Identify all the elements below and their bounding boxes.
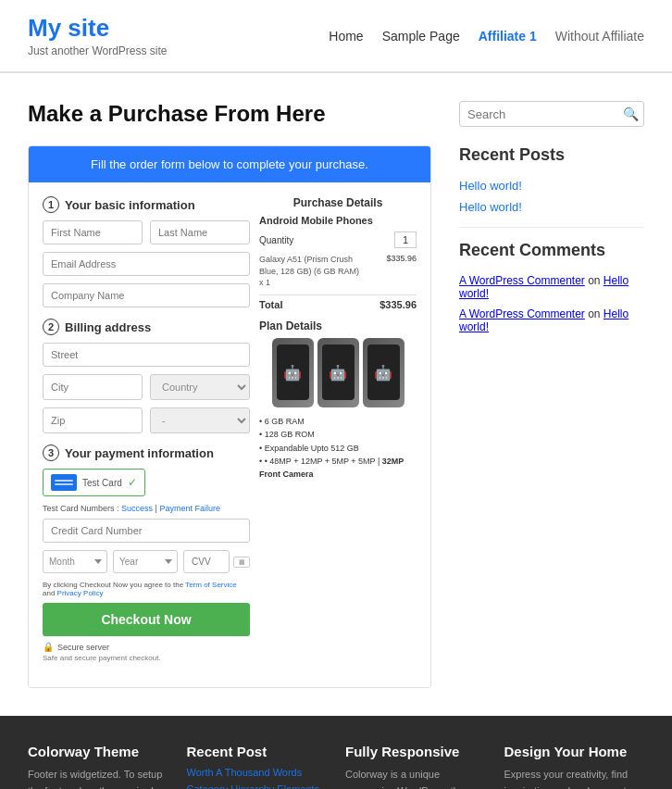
footer-col-2: Recent Post Worth A Thousand Words Categ…	[187, 744, 328, 789]
total-row: Total $335.96	[259, 294, 417, 310]
section3-num: 3	[43, 445, 59, 461]
nav-home[interactable]: Home	[329, 29, 363, 44]
site-branding: My site Just another WordPress site	[28, 14, 168, 57]
android-icon-2: 🤖	[329, 364, 347, 382]
sidebar-divider-1	[459, 227, 644, 228]
card-icon	[51, 474, 77, 491]
card-line-1	[55, 480, 73, 482]
post-link-1[interactable]: Hello world!	[459, 179, 644, 193]
footer-col-3-title: Fully Responsive	[345, 744, 486, 759]
phone-img-1: 🤖	[272, 338, 314, 407]
success-link[interactable]: Success	[121, 504, 153, 513]
comment-2: A WordPress Commenter on Hello world!	[459, 307, 644, 333]
card-line-2	[55, 483, 73, 485]
section1-num: 1	[43, 196, 59, 213]
phone-img-3: 🤖	[363, 338, 404, 407]
nav-sample-page[interactable]: Sample Page	[382, 29, 460, 44]
recent-posts-title: Recent Posts	[459, 145, 644, 169]
payment-section: 3 Your payment information	[43, 445, 250, 662]
company-input[interactable]	[43, 283, 250, 307]
qty-row: Quantity 1	[259, 232, 417, 248]
product-price: $335.96	[386, 254, 417, 289]
feature-1: 6 GB RAM	[259, 415, 417, 428]
feature-2: 128 GB ROM	[259, 428, 417, 441]
privacy-link[interactable]: Privacy Policy	[57, 589, 104, 597]
checkout-right: Purchase Details Android Mobile Phones Q…	[259, 196, 417, 673]
first-name-input[interactable]	[43, 220, 143, 244]
footer-post-link-1[interactable]: Worth A Thousand Words	[187, 767, 328, 778]
country-select[interactable]: Country	[150, 374, 250, 400]
comment-on-1: on	[588, 274, 604, 287]
billing-section: 2 Billing address Country	[43, 319, 250, 433]
secure-label: Secure server	[57, 643, 109, 652]
dash-select[interactable]: -	[150, 407, 250, 433]
street-input[interactable]	[43, 343, 250, 367]
name-row	[43, 220, 250, 244]
search-icon[interactable]: 🔍	[623, 106, 639, 121]
site-title: My site	[28, 14, 168, 43]
last-name-input[interactable]	[150, 220, 250, 244]
android-icon-1: 🤖	[283, 364, 302, 382]
checkout-box: Fill the order form below to complete yo…	[28, 145, 431, 688]
failure-link[interactable]: Payment Failure	[159, 504, 220, 513]
terms-label: By clicking Checkout Now you agree to th…	[43, 581, 183, 589]
commenter-link-2[interactable]: A WordPress Commenter	[459, 307, 585, 320]
year-select[interactable]: Year	[113, 550, 178, 573]
recent-comments-title: Recent Comments	[459, 241, 644, 265]
footer-dark: Colorway Theme Footer is widgetized. To …	[0, 716, 672, 789]
footer-col-3: Fully Responsive Colorway is a unique re…	[345, 744, 486, 789]
page-title: Make a Purchase From Here	[28, 101, 431, 127]
section1-label: 1 Your basic information	[43, 196, 250, 213]
test-card-label: Test Card Numbers :	[43, 504, 119, 513]
month-select[interactable]: Month	[43, 550, 107, 573]
phone-img-2: 🤖	[317, 338, 359, 407]
footer-col-3-text: Colorway is a unique responsive WordPres…	[345, 767, 486, 789]
feature-4-bold: 32MP Front Camera	[259, 457, 404, 479]
plan-features: 6 GB RAM 128 GB ROM Expandable Upto 512 …	[259, 415, 417, 482]
product-price-row: Galaxy A51 (Prism Crush Blue, 128 GB) (6…	[259, 254, 417, 289]
footer-col-4: Design Your Home Express your creativity…	[504, 744, 645, 789]
terms-link[interactable]: Term of Service	[185, 581, 237, 589]
zip-input[interactable]	[43, 407, 143, 433]
cvv-wrapper: ▦	[183, 550, 250, 573]
nav-affiliate1[interactable]: Affiliate 1	[479, 29, 537, 44]
section2-title: Billing address	[65, 320, 151, 334]
purchase-details-title: Purchase Details	[259, 196, 417, 209]
card-option[interactable]: Test Card ✓	[43, 469, 145, 496]
section3-title: Your payment information	[65, 446, 214, 460]
phone-screen-2: 🤖	[322, 344, 355, 400]
city-input[interactable]	[43, 374, 143, 400]
search-input[interactable]	[467, 107, 623, 121]
commenter-link-1[interactable]: A WordPress Commenter	[459, 274, 585, 287]
card-icon-lines	[55, 480, 73, 485]
total-amount: $335.96	[380, 299, 417, 310]
card-label: Test Card	[82, 478, 122, 488]
android-icon-3: 🤖	[374, 364, 392, 382]
section2-label: 2 Billing address	[43, 319, 250, 335]
nav-without-affiliate[interactable]: Without Affiliate	[555, 29, 644, 44]
cc-row	[43, 519, 250, 543]
cc-input[interactable]	[43, 519, 250, 543]
basic-info-section: 1 Your basic information	[43, 196, 250, 307]
footer-post-link-2[interactable]: Category Hierarchy Elements	[187, 783, 328, 789]
email-input[interactable]	[43, 252, 250, 276]
product-desc: Galaxy A51 (Prism Crush Blue, 128 GB) (6…	[259, 254, 361, 289]
email-row	[43, 252, 250, 276]
total-label: Total	[259, 299, 282, 310]
zip-row: -	[43, 407, 250, 433]
search-box: 🔍	[459, 101, 644, 127]
feature-4: • 48MP + 12MP + 5MP + 5MP | 32MP Front C…	[259, 455, 417, 482]
post-link-2[interactable]: Hello world!	[459, 200, 644, 214]
section1-title: Your basic information	[65, 198, 195, 212]
cvv-input[interactable]	[183, 550, 230, 573]
section3-label: 3 Your payment information	[43, 445, 250, 461]
checkout-button[interactable]: Checkout Now	[43, 603, 250, 636]
footer-col-4-text: Express your creativity, find inspiratio…	[504, 767, 645, 789]
secure-row: 🔒 Secure server	[43, 642, 250, 652]
city-country-row: Country	[43, 374, 250, 400]
street-row	[43, 343, 250, 367]
site-header: My site Just another WordPress site Home…	[0, 0, 672, 72]
checkout-body: 1 Your basic information	[29, 182, 430, 687]
footer-col-1-text: Footer is widgetized. To setup the foote…	[28, 767, 168, 789]
checkout-header: Fill the order form below to complete yo…	[29, 146, 430, 182]
